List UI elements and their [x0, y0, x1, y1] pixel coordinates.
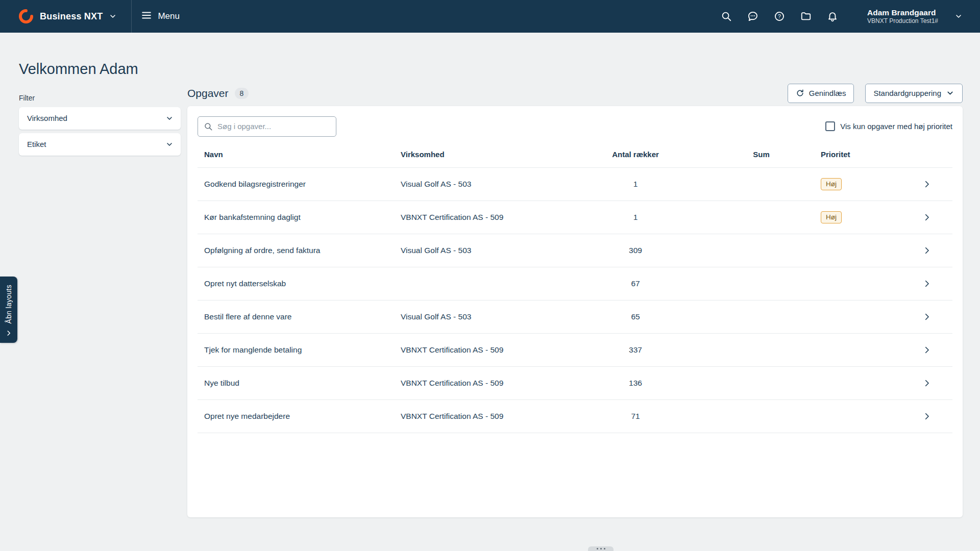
open-layouts-tab[interactable]: Åbn layouts [0, 277, 17, 343]
reload-button-label: Genindlæs [809, 89, 846, 97]
tag-filter-dropdown[interactable]: Etiket [19, 133, 181, 156]
task-row-count: 309 [569, 246, 702, 255]
user-menu[interactable]: Adam Brandgaard VBNXT Production Test1# [867, 8, 938, 25]
task-company: VBNXT Certification AS - 509 [401, 213, 569, 222]
task-company: VBNXT Certification AS - 509 [401, 345, 569, 355]
column-header-sum: Sum [702, 150, 821, 159]
hamburger-icon [141, 10, 152, 23]
high-priority-checkbox[interactable] [825, 121, 835, 131]
chevron-right-icon[interactable] [908, 412, 946, 421]
user-name: Adam Brandgaard [867, 8, 938, 17]
table-row[interactable]: Opret nyt datterselskab 67 [198, 267, 952, 300]
grouping-button-label: Standardgruppering [873, 89, 941, 97]
task-row-count: 136 [569, 379, 702, 388]
brand-chevron-down-icon[interactable] [106, 9, 120, 23]
bell-icon [827, 11, 838, 22]
table-header-row: Navn Virksomhed Antal rækker Sum Priorit… [198, 142, 952, 168]
tasks-count-badge: 8 [235, 88, 249, 99]
search-icon [721, 11, 732, 22]
chevron-down-icon [946, 89, 954, 97]
table-row[interactable]: Godkend bilagsregistreringer Visual Golf… [198, 168, 952, 201]
reload-button[interactable]: Genindlæs [788, 84, 854, 103]
high-priority-filter[interactable]: Vis kun opgaver med høj prioritet [825, 121, 952, 131]
user-organization: VBNXT Production Test1# [867, 17, 938, 25]
topbar-divider [131, 0, 132, 33]
task-name: Kør bankafstemning dagligt [204, 213, 401, 222]
help-icon: ? [774, 11, 785, 22]
visma-logo-icon [19, 9, 33, 23]
menu-label: Menu [158, 11, 180, 21]
tasks-title: Opgaver [187, 87, 229, 99]
task-row-count: 71 [569, 412, 702, 421]
table-row[interactable]: Kør bankafstemning dagligt VBNXT Certifi… [198, 201, 952, 234]
chevron-right-icon [5, 330, 12, 337]
column-header-row-count: Antal rækker [569, 150, 702, 159]
chevron-right-icon[interactable] [908, 246, 946, 255]
chevron-right-icon[interactable] [908, 180, 946, 189]
tasks-card: Vis kun opgaver med høj prioritet Navn V… [187, 106, 963, 517]
svg-text:?: ? [778, 13, 781, 19]
column-header-priority: Prioritet [821, 150, 908, 159]
chevron-down-icon [165, 114, 174, 122]
priority-badge: Høj [821, 178, 842, 190]
task-row-count: 1 [569, 180, 702, 189]
tasks-section: Opgaver 8 Genindlæs Standardgruppering [187, 84, 963, 517]
task-row-count: 65 [569, 312, 702, 321]
task-name: Nye tilbud [204, 379, 401, 388]
task-company: Visual Golf AS - 503 [401, 180, 569, 189]
chevron-right-icon[interactable] [908, 379, 946, 388]
app-screen: Business NXT Menu ? [0, 0, 980, 551]
chevron-right-icon[interactable] [908, 213, 946, 222]
task-row-count: 337 [569, 345, 702, 355]
task-row-count: 67 [569, 279, 702, 288]
column-header-name: Navn [204, 150, 401, 159]
tag-filter-label: Etiket [27, 140, 46, 148]
chevron-right-icon[interactable] [908, 279, 946, 288]
chevron-right-icon[interactable] [908, 312, 946, 321]
search-icon [204, 122, 213, 131]
task-name: Opfølgning af ordre, send faktura [204, 246, 401, 255]
table-row[interactable]: Opret nye medarbejdere VBNXT Certificati… [198, 400, 952, 433]
task-name: Opret nye medarbejdere [204, 412, 401, 421]
filter-label: Filter [19, 94, 181, 102]
task-company: VBNXT Certification AS - 509 [401, 412, 569, 421]
chevron-right-icon[interactable] [908, 345, 946, 355]
folder-icon [800, 11, 812, 22]
table-row[interactable]: Opfølgning af ordre, send faktura Visual… [198, 234, 952, 267]
brand-title: Business NXT [40, 11, 103, 22]
filter-panel: Filter Virksomhed Etiket [19, 84, 181, 517]
chat-icon [747, 11, 758, 22]
folder-button[interactable] [796, 6, 816, 27]
open-layouts-label: Åbn layouts [5, 285, 13, 323]
topbar: Business NXT Menu ? [0, 0, 980, 33]
column-header-company: Virksomhed [401, 150, 569, 159]
bottom-peek-widget[interactable] [588, 546, 614, 551]
task-name: Bestil flere af denne vare [204, 312, 401, 321]
user-chevron-down-icon[interactable] [951, 9, 966, 23]
priority-badge: Høj [821, 211, 842, 223]
task-company: VBNXT Certification AS - 509 [401, 379, 569, 388]
task-name: Tjek for manglende betaling [204, 345, 401, 355]
search-button[interactable] [716, 6, 737, 27]
task-company: Visual Golf AS - 503 [401, 312, 569, 321]
company-filter-dropdown[interactable]: Virksomhed [19, 107, 181, 130]
table-row[interactable]: Bestil flere af denne vare Visual Golf A… [198, 300, 952, 334]
chat-button[interactable] [743, 6, 763, 27]
chevron-down-icon [165, 140, 174, 148]
high-priority-filter-label: Vis kun opgaver med høj prioritet [840, 122, 952, 131]
task-row-count: 1 [569, 213, 702, 222]
company-filter-label: Virksomhed [27, 114, 67, 122]
grouping-dropdown-button[interactable]: Standardgruppering [865, 84, 963, 103]
task-name: Opret nyt datterselskab [204, 279, 401, 288]
page-title: Velkommen Adam [19, 60, 980, 78]
notifications-button[interactable] [822, 6, 843, 27]
main-menu-button[interactable]: Menu [141, 10, 180, 23]
search-input[interactable] [198, 116, 336, 137]
table-row[interactable]: Tjek for manglende betaling VBNXT Certif… [198, 334, 952, 367]
task-name: Godkend bilagsregistreringer [204, 180, 401, 189]
help-button[interactable]: ? [769, 6, 790, 27]
task-company: Visual Golf AS - 503 [401, 246, 569, 255]
refresh-icon [796, 89, 804, 97]
tasks-table: Navn Virksomhed Antal rækker Sum Priorit… [198, 142, 952, 433]
table-row[interactable]: Nye tilbud VBNXT Certification AS - 509 … [198, 367, 952, 400]
